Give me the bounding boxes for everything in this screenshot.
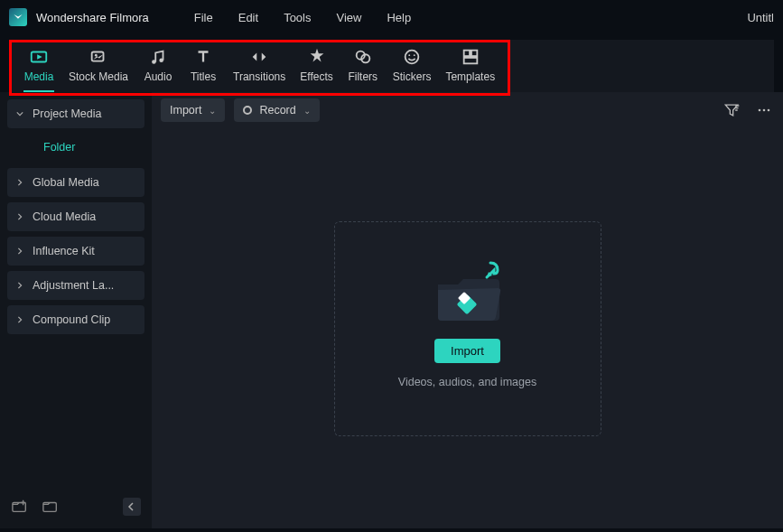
- sidebar-item-global-media[interactable]: Global Media: [7, 168, 144, 197]
- titles-icon: [193, 47, 213, 67]
- more-icon[interactable]: [754, 100, 774, 120]
- window-title: Untitl: [747, 11, 774, 24]
- chevron-right-icon: [16, 282, 23, 289]
- menu-file[interactable]: File: [194, 11, 213, 24]
- tab-toolbar: Media Stock Media Audio Titles Transitio…: [9, 40, 774, 92]
- sidebar-label: Project Media: [33, 107, 101, 120]
- content-panel: Import ⌄ Record ⌄: [152, 92, 783, 528]
- new-folder-icon[interactable]: [11, 499, 29, 514]
- media-icon: [29, 47, 49, 67]
- tab-stickers[interactable]: Stickers: [386, 45, 439, 89]
- chevron-down-icon: [16, 110, 23, 117]
- folder-icon[interactable]: [42, 499, 60, 514]
- sidebar-label: Compound Clip: [33, 313, 110, 326]
- sidebar-item-cloud-media[interactable]: Cloud Media: [7, 202, 144, 231]
- tab-label: Effects: [300, 70, 332, 83]
- svg-point-8: [405, 51, 419, 64]
- svg-rect-12: [471, 51, 477, 56]
- tab-filters[interactable]: Filters: [340, 45, 386, 89]
- tab-label: Transitions: [233, 70, 285, 83]
- tab-effects[interactable]: Effects: [293, 45, 340, 89]
- svg-point-10: [414, 54, 415, 56]
- tab-label: Titles: [191, 70, 216, 83]
- menu-view[interactable]: View: [336, 11, 361, 24]
- chevron-right-icon: [16, 247, 23, 255]
- import-label: Import: [170, 104, 201, 117]
- download-arrow-icon: [480, 261, 501, 283]
- stock-media-icon: [89, 47, 108, 67]
- sidebar-item-influence-kit[interactable]: Influence Kit: [7, 237, 144, 266]
- tab-label: Stickers: [393, 70, 432, 83]
- record-label: Record: [259, 104, 295, 117]
- svg-point-5: [159, 58, 163, 62]
- import-button[interactable]: Import: [434, 339, 500, 363]
- dropzone-hint: Videos, audios, and images: [398, 376, 536, 388]
- effects-icon: [307, 47, 327, 67]
- svg-marker-1: [37, 54, 42, 60]
- sidebar-label: Influence Kit: [33, 245, 95, 257]
- tab-transitions[interactable]: Transitions: [226, 45, 293, 89]
- sidebar-label: Global Media: [33, 176, 99, 189]
- svg-point-9: [408, 54, 410, 56]
- chevron-down-icon: ⌄: [209, 106, 216, 116]
- svg-rect-11: [463, 51, 469, 56]
- menu-edit[interactable]: Edit: [238, 11, 258, 24]
- svg-rect-13: [463, 58, 477, 63]
- tab-audio[interactable]: Audio: [135, 45, 181, 89]
- tab-label: Stock Media: [69, 70, 128, 83]
- tab-media[interactable]: Media: [16, 45, 61, 89]
- svg-point-18: [768, 109, 770, 112]
- svg-rect-2: [92, 52, 104, 61]
- tab-label: Templates: [445, 70, 495, 83]
- transitions-icon: [249, 47, 269, 67]
- filter-icon[interactable]: [722, 100, 741, 120]
- record-dropdown[interactable]: Record ⌄: [234, 98, 319, 122]
- chevron-down-icon: ⌄: [303, 106, 311, 116]
- folder-illustration: [433, 268, 503, 326]
- sidebar-item-adjustment-layer[interactable]: Adjustment La...: [7, 271, 144, 300]
- audio-icon: [148, 47, 168, 67]
- tab-titles[interactable]: Titles: [181, 45, 226, 89]
- tab-label: Media: [24, 70, 54, 83]
- menu-tools[interactable]: Tools: [284, 11, 311, 24]
- svg-point-17: [763, 109, 766, 112]
- sidebar: Project Media Folder Global Media Cloud …: [0, 92, 152, 528]
- templates-icon: [461, 47, 480, 67]
- collapse-sidebar-button[interactable]: [123, 498, 141, 516]
- svg-point-16: [759, 109, 761, 112]
- sidebar-sub-folder[interactable]: Folder: [7, 134, 144, 161]
- svg-point-4: [152, 60, 156, 64]
- import-dropzone[interactable]: Import Videos, audios, and images: [334, 221, 601, 436]
- import-dropdown[interactable]: Import ⌄: [161, 98, 225, 122]
- chevron-right-icon: [16, 316, 23, 323]
- tab-stock-media[interactable]: Stock Media: [61, 45, 135, 89]
- stickers-icon: [402, 47, 422, 67]
- sidebar-label: Cloud Media: [33, 210, 96, 223]
- sidebar-label: Folder: [43, 141, 75, 154]
- tab-templates[interactable]: Templates: [438, 45, 502, 89]
- chevron-right-icon: [16, 179, 23, 186]
- record-icon: [243, 106, 252, 115]
- tab-label: Filters: [348, 70, 378, 83]
- filters-icon: [353, 47, 373, 67]
- sidebar-item-compound-clip[interactable]: Compound Clip: [7, 305, 144, 334]
- menu-help[interactable]: Help: [387, 11, 411, 24]
- sidebar-item-project-media[interactable]: Project Media: [7, 99, 144, 128]
- chevron-right-icon: [16, 213, 23, 220]
- app-logo: [9, 8, 27, 26]
- sidebar-label: Adjustment La...: [33, 279, 114, 292]
- app-name: Wondershare Filmora: [36, 11, 149, 24]
- tab-label: Audio: [144, 70, 172, 83]
